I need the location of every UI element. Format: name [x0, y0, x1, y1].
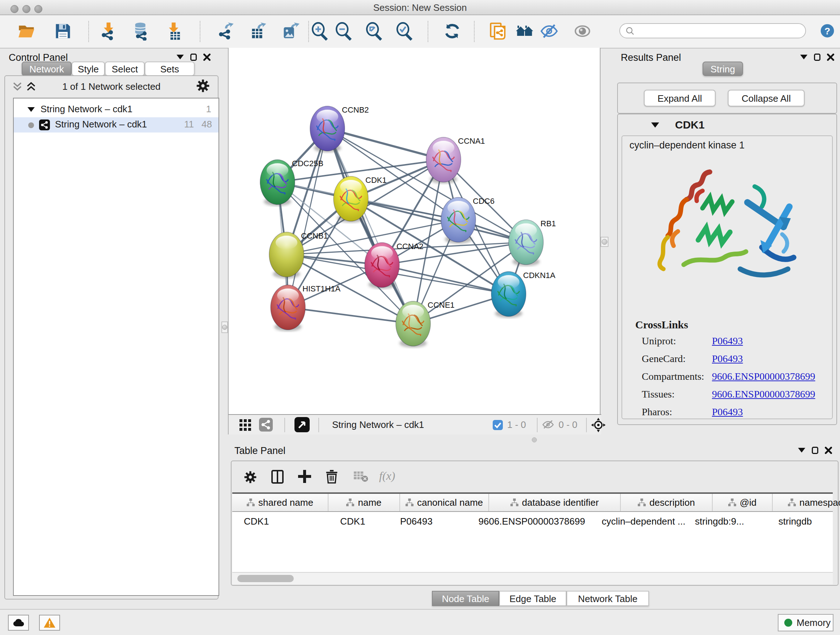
table-cell[interactable]: CDK1 — [317, 512, 388, 531]
import-network-from-file-icon[interactable] — [99, 22, 118, 41]
toolbar-separator — [88, 21, 89, 42]
collection-count: 1 — [206, 103, 211, 115]
tab-edge-table[interactable]: Edge Table — [499, 591, 567, 606]
maximize-panel-icon[interactable] — [814, 54, 821, 61]
expand-all-button[interactable]: Expand All — [644, 90, 715, 106]
tree-expander-icon[interactable] — [27, 107, 35, 112]
column-header-label: shared name — [258, 497, 313, 508]
results-panel: Results Panel String Expand All Collapse… — [611, 48, 840, 609]
network-row-selected[interactable]: String Network – cdk1 11 48 — [14, 117, 218, 133]
zoom-in-icon[interactable] — [310, 22, 329, 41]
home-icon[interactable] — [515, 22, 534, 41]
warning-status-button[interactable] — [39, 615, 60, 631]
import-network-from-database-icon[interactable] — [132, 22, 150, 41]
collapse-all-button[interactable]: Collapse All — [728, 90, 805, 106]
column-header[interactable]: name — [328, 494, 400, 511]
network-edge[interactable] — [382, 265, 508, 294]
table-cell[interactable]: 9606.ENSP00000378699 — [466, 512, 598, 531]
crosslink-value[interactable]: P06493 — [712, 406, 743, 418]
network-view-share-icon[interactable] — [259, 418, 273, 432]
network-node[interactable]: CDC25B — [260, 159, 324, 206]
float-panel-icon[interactable] — [177, 55, 184, 60]
crosslink-value[interactable]: P06493 — [712, 353, 743, 364]
save-session-icon[interactable] — [54, 22, 73, 41]
network-list: String Network – cdk1 1 String Network –… — [13, 98, 219, 596]
network-node[interactable]: RB1 — [508, 219, 556, 266]
help-icon[interactable]: ? — [820, 23, 838, 42]
tab-select[interactable]: Select — [105, 62, 145, 76]
export-network-to-file-icon[interactable] — [216, 22, 235, 41]
table-cell[interactable]: CDK1 — [232, 512, 317, 531]
control-panel: Control Panel Network Style Select Sets … — [0, 48, 228, 609]
network-canvas[interactable]: CCNB2CCNA1CDC25BCDK1CDC6RB1CCNB1CCNA2CDK… — [228, 48, 600, 414]
zoom-fit-icon[interactable] — [365, 22, 384, 41]
cloud-status-button[interactable] — [8, 615, 29, 631]
table-cell[interactable]: P06493 — [388, 512, 466, 531]
tab-network[interactable]: Network — [22, 62, 72, 76]
zoom-out-icon[interactable] — [334, 22, 353, 41]
table-settings-gear-icon[interactable] — [244, 470, 257, 484]
network-node[interactable]: HIST1H1A — [271, 284, 340, 331]
network-collection-row[interactable]: String Network – cdk1 1 — [14, 102, 218, 117]
tab-sets[interactable]: Sets — [145, 62, 195, 76]
column-header[interactable]: canonical name — [400, 494, 489, 511]
grid-view-icon[interactable] — [240, 419, 251, 431]
fit-selected-crosshair-icon[interactable] — [591, 418, 606, 432]
network-node[interactable]: CCNB2 — [310, 105, 369, 152]
refresh-icon[interactable] — [443, 22, 462, 41]
hidden-eye-icon[interactable] — [542, 419, 554, 430]
memory-status-dot — [784, 619, 792, 627]
right-splitter-handle[interactable] — [600, 237, 608, 247]
maximize-panel-icon[interactable] — [190, 54, 197, 61]
show-eye-icon[interactable] — [573, 22, 592, 41]
zoom-selected-icon[interactable] — [395, 22, 414, 41]
create-column-icon[interactable] — [298, 470, 311, 483]
memory-button[interactable]: Memory — [778, 614, 834, 631]
gear-icon[interactable] — [196, 79, 210, 93]
open-file-icon[interactable] — [17, 22, 36, 41]
scrollbar-thumb[interactable] — [237, 575, 294, 582]
network-node[interactable]: CCNE1 — [396, 301, 455, 348]
network-edge[interactable] — [327, 128, 444, 160]
left-splitter-handle[interactable] — [221, 321, 228, 333]
entry-expander-icon[interactable] — [651, 122, 659, 128]
hide-selected-eye-icon[interactable] — [540, 22, 559, 41]
delete-column-trash-icon[interactable] — [325, 469, 338, 484]
crosslink-value[interactable]: P06493 — [712, 335, 743, 347]
crosslink-row: Tissues:9606.ENSP00000378699 — [642, 388, 823, 400]
toolbar-separator — [428, 21, 428, 42]
collapse-all-icon[interactable] — [12, 82, 22, 91]
function-builder-icon[interactable]: f(x) — [379, 469, 395, 483]
network-edge[interactable] — [288, 128, 327, 307]
tab-style[interactable]: Style — [72, 62, 105, 76]
network-node[interactable]: CCNA1 — [426, 136, 485, 184]
export-table-to-file-icon[interactable] — [249, 22, 268, 41]
column-header[interactable]: shared name — [232, 494, 328, 511]
float-panel-icon[interactable] — [800, 55, 807, 60]
close-panel-icon[interactable] — [203, 54, 210, 61]
network-view-toolbar: String Network – cdk1 1 - 0 0 - 0 — [228, 414, 601, 434]
network-edge[interactable] — [288, 307, 413, 324]
network-graph[interactable]: CCNB2CCNA1CDC25BCDK1CDC6RB1CCNB1CCNA2CDK… — [229, 48, 600, 413]
expand-all-icon[interactable] — [26, 82, 36, 91]
results-panel-title: Results Panel — [621, 52, 681, 63]
tab-string[interactable]: String — [703, 62, 743, 76]
open-in-new-window-icon[interactable] — [294, 417, 309, 432]
close-panel-icon[interactable] — [827, 54, 834, 61]
delete-table-icon[interactable] — [354, 471, 368, 482]
show-columns-icon[interactable] — [271, 470, 284, 484]
crosslink-value[interactable]: 9606.ENSP00000378699 — [712, 388, 815, 400]
network-label: String Network – cdk1 — [55, 119, 147, 130]
network-node[interactable]: CCNA2 — [365, 242, 424, 289]
search-input[interactable] — [619, 23, 806, 38]
network-status-dot — [28, 122, 34, 128]
crosslink-value[interactable]: 9606.ENSP00000378699 — [712, 371, 815, 382]
import-table-from-file-icon[interactable] — [164, 22, 183, 41]
network-node[interactable]: CDKN1A — [491, 271, 556, 318]
tab-node-table[interactable]: Node Table — [432, 591, 499, 606]
export-image-icon[interactable] — [281, 22, 300, 41]
control-panel-window-buttons — [177, 54, 210, 61]
column-header[interactable]: database identifier — [489, 494, 621, 511]
selected-checkbox-icon[interactable] — [493, 420, 503, 430]
clone-network-icon[interactable] — [489, 22, 508, 41]
